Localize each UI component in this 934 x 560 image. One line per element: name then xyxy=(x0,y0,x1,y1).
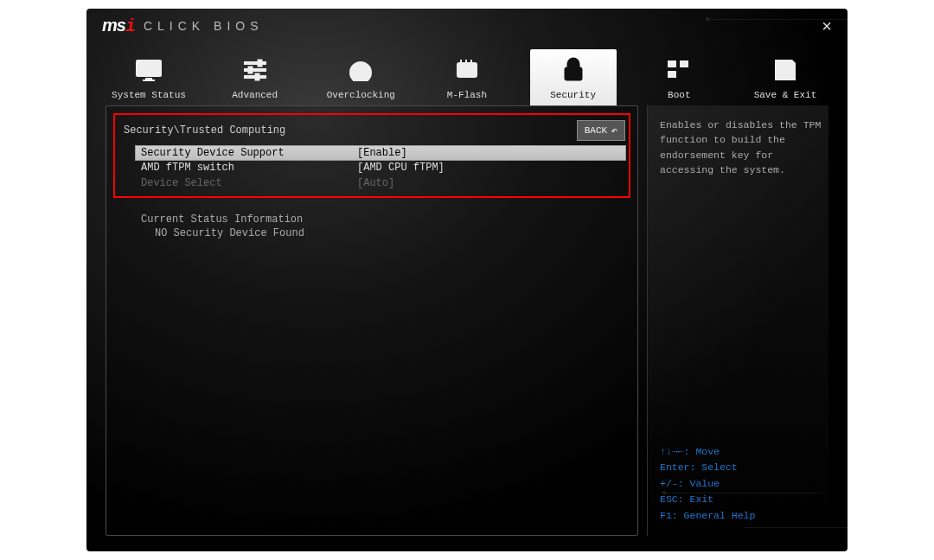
decor-line xyxy=(744,527,848,528)
breadcrumb: Security\Trusted Computing xyxy=(118,124,285,137)
boot-order-icon: 123 xyxy=(636,54,722,86)
tab-save-exit[interactable]: Save & Exit xyxy=(742,54,828,105)
svg-rect-3 xyxy=(244,61,266,65)
lock-icon xyxy=(530,54,617,86)
svg-rect-1 xyxy=(145,78,152,80)
tab-boot[interactable]: 123 Boot xyxy=(636,54,722,105)
hint-move: ↑↓→←: Move xyxy=(660,444,825,460)
chip-icon: BIOS xyxy=(424,54,510,86)
content-area: Security\Trusted Computing BACK ↶ Securi… xyxy=(86,105,848,551)
svg-rect-4 xyxy=(244,68,266,72)
title-bar: msi CLICK BIOS × xyxy=(86,9,848,43)
setting-label: Device Select xyxy=(141,177,357,189)
svg-point-14 xyxy=(359,71,362,74)
svg-rect-7 xyxy=(258,60,262,67)
main-tabs: System Status Advanced Overclocking BIOS… xyxy=(86,43,848,105)
svg-rect-11 xyxy=(255,73,259,80)
help-text: Enables or disables the TPM function to … xyxy=(660,118,825,177)
sliders-icon xyxy=(212,54,298,86)
tab-system-status[interactable]: System Status xyxy=(106,54,192,105)
tab-label: Overclocking xyxy=(327,90,395,100)
status-info: Current Status Information NO Security D… xyxy=(141,213,625,239)
tab-mflash[interactable]: BIOS M-Flash xyxy=(424,54,510,105)
settings-list: Security Device Support [Enable] AMD fTP… xyxy=(136,145,625,191)
gauge-icon xyxy=(317,54,404,86)
back-button[interactable]: BACK ↶ xyxy=(577,120,625,141)
status-line: NO Security Device Found xyxy=(155,227,625,239)
svg-text:2: 2 xyxy=(682,61,686,67)
setting-device-select: Device Select [Auto] xyxy=(136,175,625,191)
tab-label: Save & Exit xyxy=(754,90,817,100)
hint-enter: Enter: Select xyxy=(660,460,825,475)
setting-security-device-support[interactable]: Security Device Support [Enable] xyxy=(135,145,626,161)
hint-f1: F1: General Help xyxy=(660,508,825,524)
back-label: BACK xyxy=(585,125,607,136)
setting-value: [AMD CPU fTPM] xyxy=(357,162,445,174)
tab-label: M-Flash xyxy=(447,90,487,100)
svg-rect-0 xyxy=(137,60,161,76)
product-title: CLICK BIOS xyxy=(144,19,264,33)
highlight-box: Security\Trusted Computing BACK ↶ Securi… xyxy=(113,113,630,198)
setting-label: Security Device Support xyxy=(141,147,357,159)
svg-text:BIOS: BIOS xyxy=(463,69,471,73)
decor-line xyxy=(666,493,822,493)
status-heading: Current Status Information xyxy=(141,213,625,226)
setting-amd-ftpm-switch[interactable]: AMD fTPM switch [AMD CPU fTPM] xyxy=(136,160,625,175)
tab-label: Security xyxy=(550,90,596,100)
msi-logo: msi xyxy=(102,16,135,36)
settings-panel: Security\Trusted Computing BACK ↶ Securi… xyxy=(106,105,638,536)
tab-label: Boot xyxy=(668,90,690,100)
setting-label: AMD fTPM switch xyxy=(141,162,357,174)
bios-window: msi CLICK BIOS × System Status Advanced … xyxy=(86,9,848,551)
svg-rect-2 xyxy=(143,80,155,81)
hint-esc: ESC: Exit xyxy=(660,492,825,507)
hint-value: +/-: Value xyxy=(660,476,825,492)
tab-label: System Status xyxy=(112,90,186,100)
undo-icon: ↶ xyxy=(611,124,617,137)
monitor-icon xyxy=(106,54,192,86)
tab-security[interactable]: Security xyxy=(530,49,617,105)
tab-label: Advanced xyxy=(232,90,278,100)
decor-line xyxy=(709,19,848,20)
svg-rect-23 xyxy=(573,74,574,78)
svg-rect-32 xyxy=(786,60,789,65)
key-hints: ↑↓→←: Move Enter: Select +/-: Value ESC:… xyxy=(660,444,825,524)
tab-overclocking[interactable]: Overclocking xyxy=(317,54,404,105)
svg-rect-9 xyxy=(248,67,253,73)
setting-value: [Auto] xyxy=(357,177,394,189)
floppy-icon xyxy=(742,54,828,86)
svg-rect-31 xyxy=(778,70,792,79)
decor-dot xyxy=(706,17,709,21)
svg-text:1: 1 xyxy=(670,61,674,67)
tab-advanced[interactable]: Advanced xyxy=(212,54,298,105)
decor-dot xyxy=(662,491,666,494)
help-panel: Enables or disables the TPM function to … xyxy=(647,105,828,536)
svg-text:3: 3 xyxy=(670,72,674,78)
setting-value: [Enable] xyxy=(357,147,407,159)
